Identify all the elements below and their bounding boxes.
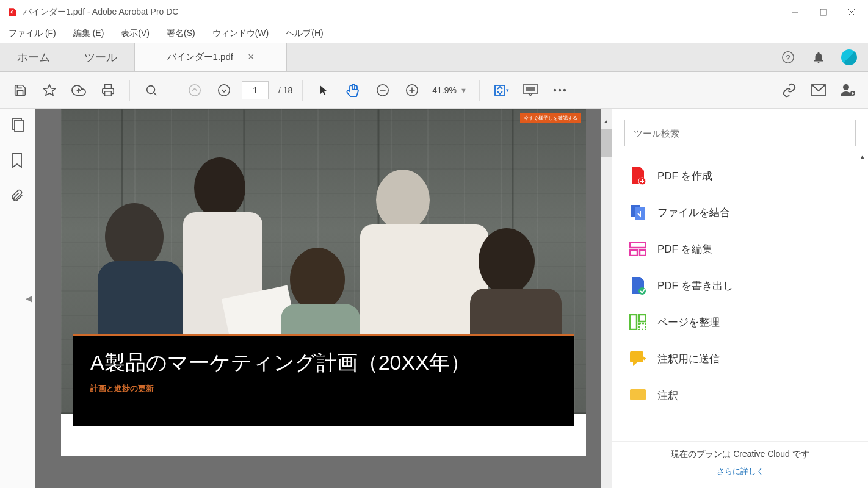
menu-bar: ファイル (F) 編集 (E) 表示(V) 署名(S) ウィンドウ(W) ヘルプ… xyxy=(0,24,868,43)
svg-point-38 xyxy=(105,203,164,270)
share-link-icon[interactable] xyxy=(778,79,801,102)
svg-point-47 xyxy=(479,228,535,294)
svg-point-10 xyxy=(189,84,200,95)
scroll-up-icon[interactable]: ▴ xyxy=(857,152,868,163)
svg-point-23 xyxy=(559,88,561,91)
print-icon[interactable] xyxy=(96,79,120,102)
svg-point-8 xyxy=(147,85,155,93)
svg-point-45 xyxy=(376,170,430,231)
window-title: バインダー1.pdf - Adobe Acrobat Pro DC xyxy=(23,7,178,18)
svg-rect-58 xyxy=(630,315,637,329)
star-icon[interactable] xyxy=(38,79,61,102)
document-subtitle: 計画と進捗の更新 xyxy=(90,383,557,394)
pointer-icon[interactable] xyxy=(313,79,336,102)
tab-label: バインダー1.pdf xyxy=(167,51,233,63)
svg-rect-1 xyxy=(820,9,826,15)
page-down-icon[interactable] xyxy=(212,79,236,102)
page-number-input[interactable] xyxy=(242,81,269,99)
tools-list: PDF を作成 ファイルを結合 PDF を編集 PDF を書き出し ページを整理… xyxy=(612,152,868,441)
tab-home[interactable]: ホーム xyxy=(0,43,67,71)
cloud-upload-icon[interactable] xyxy=(67,79,90,102)
svg-point-40 xyxy=(194,157,245,218)
svg-rect-60 xyxy=(639,323,646,329)
svg-point-22 xyxy=(554,88,556,91)
tool-label: ページを整理 xyxy=(657,315,720,329)
tool-label: PDF を作成 xyxy=(657,169,712,183)
canvas-scroll-up-icon[interactable]: ▴ xyxy=(601,117,612,128)
create-pdf-icon xyxy=(629,167,646,184)
edit-pdf-icon xyxy=(629,240,646,257)
chevron-down-icon: ▼ xyxy=(460,87,467,94)
thumbnails-icon[interactable] xyxy=(10,117,25,132)
svg-rect-7 xyxy=(105,91,112,95)
attachments-icon[interactable] xyxy=(10,188,25,203)
menu-view[interactable]: 表示(V) xyxy=(118,27,152,40)
page-total-label: / 18 xyxy=(278,85,292,95)
tool-label: ファイルを結合 xyxy=(657,206,730,220)
svg-rect-59 xyxy=(639,315,646,321)
tool-label: 注釈 xyxy=(657,389,678,403)
svg-rect-55 xyxy=(630,250,637,256)
tool-edit-pdf[interactable]: PDF を編集 xyxy=(612,231,868,267)
search-icon[interactable] xyxy=(140,79,163,102)
menu-window[interactable]: ウィンドウ(W) xyxy=(210,27,272,40)
tool-comment[interactable]: 注釈 xyxy=(612,377,868,414)
svg-marker-6 xyxy=(44,84,55,95)
app-icon xyxy=(7,7,18,18)
tab-active-document[interactable]: バインダー1.pdf × xyxy=(134,43,287,71)
zoom-level-dropdown[interactable]: 41.9% ▼ xyxy=(430,85,469,95)
help-icon[interactable]: ? xyxy=(780,49,796,65)
hand-tool-icon[interactable] xyxy=(342,79,365,102)
page-display-icon[interactable] xyxy=(519,79,542,102)
tool-send-for-comments[interactable]: 注釈用に送信 xyxy=(612,340,868,377)
right-panel-scrollbar[interactable]: ▴ xyxy=(857,152,868,441)
user-avatar[interactable] xyxy=(841,49,857,65)
svg-point-24 xyxy=(563,88,566,91)
main-toolbar: / 18 41.9% ▼ ▾ xyxy=(0,72,868,109)
svg-rect-56 xyxy=(640,250,646,256)
maximize-button[interactable] xyxy=(809,2,837,22)
menu-help[interactable]: ヘルプ(H) xyxy=(283,27,325,40)
canvas-scrollbar-thumb[interactable] xyxy=(601,129,612,157)
send-comments-icon xyxy=(629,350,646,367)
notifications-icon[interactable] xyxy=(811,49,826,65)
tool-export-pdf[interactable]: PDF を書き出し xyxy=(612,267,868,304)
learn-more-link[interactable]: さらに詳しく xyxy=(612,466,868,477)
svg-rect-54 xyxy=(630,242,646,248)
expand-left-panel-icon[interactable]: ◀ xyxy=(26,293,32,303)
document-canvas[interactable]: 今すぐ様⼦しを確認する A製品のマーケティング計画（20XX年） 計画と進捗の更… xyxy=(35,109,612,488)
fit-page-icon[interactable]: ▾ xyxy=(490,79,513,102)
tool-organize-pages[interactable]: ページを整理 xyxy=(612,304,868,340)
document-title-overlay: A製品のマーケティング計画（20XX年） 計画と進捗の更新 xyxy=(73,334,574,426)
tool-label: PDF を編集 xyxy=(657,242,712,256)
zoom-out-icon[interactable] xyxy=(371,79,394,102)
tool-combine-files[interactable]: ファイルを結合 xyxy=(612,194,868,231)
menu-file[interactable]: ファイル (F) xyxy=(6,27,59,40)
more-tools-icon[interactable] xyxy=(548,79,571,102)
zoom-in-icon[interactable] xyxy=(400,79,424,102)
svg-point-43 xyxy=(290,248,345,311)
tools-search-input[interactable] xyxy=(624,120,856,146)
menu-edit[interactable]: 編集 (E) xyxy=(71,27,107,40)
canvas-scrollbar-track[interactable] xyxy=(601,109,612,488)
left-sidebar: ◀ xyxy=(0,109,35,488)
page-up-icon[interactable] xyxy=(183,79,206,102)
tab-tools[interactable]: ツール xyxy=(67,43,134,71)
svg-line-9 xyxy=(154,92,157,95)
tab-bar: ホーム ツール バインダー1.pdf × ? xyxy=(0,43,868,72)
save-icon[interactable] xyxy=(9,79,32,102)
tool-label: 注釈用に送信 xyxy=(657,352,720,366)
tool-create-pdf[interactable]: PDF を作成 xyxy=(612,157,868,194)
menu-sign[interactable]: 署名(S) xyxy=(164,27,198,40)
bookmarks-icon[interactable] xyxy=(10,152,25,167)
svg-marker-62 xyxy=(633,362,637,366)
close-button[interactable] xyxy=(837,2,866,22)
watermark-badge: 今すぐ様⼦しを確認する xyxy=(520,113,581,123)
tab-close-icon[interactable]: × xyxy=(248,51,255,63)
svg-text:?: ? xyxy=(786,52,790,62)
minimize-button[interactable] xyxy=(781,2,809,22)
add-person-icon[interactable] xyxy=(836,79,859,102)
email-icon[interactable] xyxy=(807,79,830,102)
svg-point-26 xyxy=(843,84,849,90)
organize-pages-icon xyxy=(629,314,646,331)
